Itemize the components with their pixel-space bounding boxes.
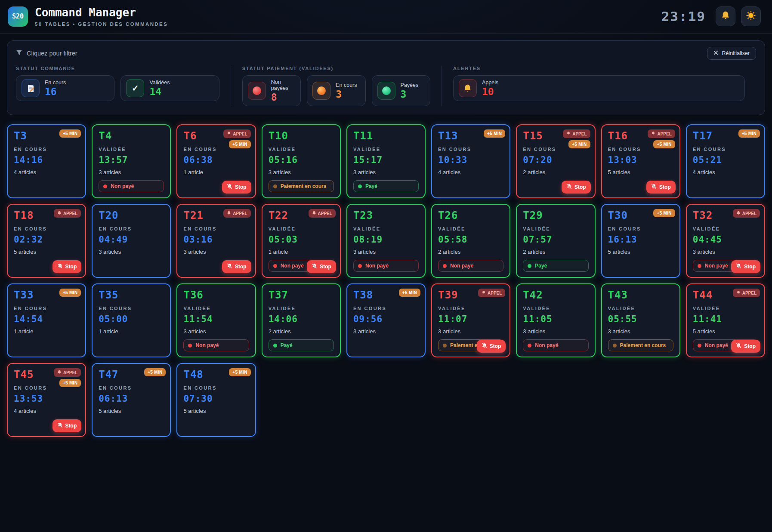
orange-circle-icon [312,82,330,100]
table-card[interactable]: T10 VALIDÉE 05:16 3 articles Paiement en… [262,124,341,198]
table-card[interactable]: T21 APPEL EN COURS 03:16 3 articles Stop [176,204,256,278]
table-card[interactable]: T36 VALIDÉE 11:54 3 articles Non payé [176,283,256,357]
table-card[interactable]: T35 EN COURS 05:00 1 article [92,283,171,357]
table-card[interactable]: T42 VALIDÉE 11:05 3 articles Non payé [516,283,595,357]
stop-call-button[interactable]: Stop [731,340,760,353]
table-card[interactable]: T43 VALIDÉE 05:55 3 articles Paiement en… [601,283,680,357]
table-card[interactable]: T44 APPEL VALIDÉE 11:41 5 articles Non p… [686,283,765,357]
table-card[interactable]: T38 +5 MIN EN COURS 09:56 3 articles [346,283,426,357]
table-card[interactable]: T37 VALIDÉE 14:06 2 articles Payé [262,283,341,357]
stop-call-button[interactable]: Stop [646,181,676,194]
appel-badge: APPEL [309,209,336,218]
table-card[interactable]: T20 EN COURS 04:49 3 articles [92,204,171,278]
bell-icon [566,131,571,136]
table-card[interactable]: T33 +5 MIN EN COURS 14:54 1 article [7,283,86,357]
bell-off-icon [651,184,657,191]
bell-off-icon [312,263,317,270]
stop-call-button[interactable]: Stop [222,260,251,273]
table-card[interactable]: T47 +5 MIN EN COURS 06:13 5 articles [92,363,171,437]
page-subtitle: 50 TABLES • GESTION DES COMMANDES [35,22,168,27]
table-card[interactable]: T3 +5 MIN EN COURS 14:16 4 articles [7,124,86,198]
table-card[interactable]: T39 APPEL VALIDÉE 11:07 3 articles Paiem… [431,283,510,357]
filter-chip-label: Validées [149,80,170,86]
order-status: EN COURS [353,306,419,311]
table-card[interactable]: T29 VALIDÉE 07:57 2 articles Payé [516,204,595,278]
articles-count: 2 articles [523,169,588,175]
funnel-icon [16,49,22,57]
table-card[interactable]: T23 VALIDÉE 08:19 3 articles Non payé [346,204,426,278]
articles-count: 3 articles [269,169,334,175]
filter-chip-value: 16 [45,87,66,97]
articles-count: 2 articles [269,328,334,335]
close-icon [713,50,718,56]
table-card[interactable]: T11 VALIDÉE 15:17 3 articles Payé [346,124,426,198]
filter-chip[interactable]: En cours 16 [16,75,114,101]
filter-chip[interactable]: Payées 3 [372,75,430,106]
table-card[interactable]: T4 VALIDÉE 13:57 3 articles Non payé [92,124,171,198]
order-status: EN COURS [99,385,164,391]
table-card[interactable]: T22 APPEL VALIDÉE 05:03 1 article Non pa… [262,204,341,278]
reset-filters-button[interactable]: Réinitialiser [707,47,756,60]
order-timer: 08:19 [353,234,419,245]
filter-chip[interactable]: En cours 3 [307,75,365,106]
stop-call-button[interactable]: Stop [477,340,506,353]
bell-icon [227,131,231,136]
stop-call-button[interactable]: Stop [52,419,82,432]
table-card[interactable]: T45 APPEL+5 MIN EN COURS 13:53 4 article… [7,363,86,437]
table-card[interactable]: T18 APPEL EN COURS 02:32 5 articles Stop [7,204,86,278]
stop-call-button[interactable]: Stop [307,260,336,273]
payment-dot-icon [528,344,531,347]
payment-status-pill: Non payé [438,260,503,272]
table-card[interactable]: T17 +5 MIN EN COURS 05:21 4 articles [686,124,765,198]
order-status: EN COURS [183,226,249,231]
order-status: VALIDÉE [269,306,334,311]
badge-stack: APPEL [733,209,760,218]
order-timer: 06:13 [99,394,164,404]
table-card[interactable]: T13 +5 MIN EN COURS 10:33 4 articles [431,124,510,198]
filter-chip-value: 3 [401,89,419,99]
notifications-button[interactable] [716,6,735,26]
order-timer: 11:05 [523,314,588,324]
table-name: T23 [353,209,419,221]
table-card[interactable]: T16 APPEL+5 MIN EN COURS 13:03 5 article… [601,124,680,198]
order-status: EN COURS [14,226,79,231]
table-card[interactable]: T15 APPEL+5 MIN EN COURS 07:20 2 article… [516,124,595,198]
table-card[interactable]: T32 APPEL VALIDÉE 04:45 3 articles Non p… [686,204,765,278]
order-status: VALIDÉE [608,306,673,311]
articles-count: 2 articles [438,249,503,255]
table-card[interactable]: T26 VALIDÉE 05:58 2 articles Non payé [431,204,510,278]
articles-count: 4 articles [14,169,79,175]
order-timer: 07:30 [183,394,249,404]
stop-call-button[interactable]: Stop [731,260,760,273]
bell-icon [736,290,741,295]
filter-section-label: STATUT PAIEMENT (VALIDÉES) [242,66,430,71]
stop-call-button[interactable]: Stop [52,260,82,273]
appel-badge: APPEL [478,289,505,297]
payment-dot-icon [698,264,701,268]
order-status: VALIDÉE [269,226,334,231]
order-status: VALIDÉE [523,306,588,311]
payment-dot-icon [698,344,701,347]
app-header: S20 Command Manager 50 TABLES • GESTION … [0,0,772,34]
bell-off-icon [57,422,63,429]
order-timer: 07:20 [523,155,588,165]
plus5min-badge: +5 MIN [229,140,250,148]
badge-stack: +5 MIN [144,368,166,376]
clock: 23:19 [661,9,706,24]
theme-toggle-button[interactable] [741,6,761,26]
filter-chip[interactable]: Non payées 8 [242,75,301,106]
articles-count: 2 articles [523,249,588,255]
stop-call-button[interactable]: Stop [222,181,251,194]
order-status: VALIDÉE [693,306,758,311]
bell-icon [736,211,741,216]
table-card[interactable]: T48 +5 MIN EN COURS 07:30 5 articles [176,363,256,437]
bell-off-icon [227,263,232,270]
order-timer: 04:45 [693,234,758,245]
stop-call-button[interactable]: Stop [562,181,591,194]
payment-status-pill: Payé [523,260,588,272]
filter-chip[interactable]: ✓ Validées 14 [120,75,219,101]
table-card[interactable]: T30 +5 MIN EN COURS 16:13 5 articles [601,204,680,278]
table-card[interactable]: T6 APPEL+5 MIN EN COURS 06:38 1 article … [176,124,256,198]
plus5min-badge: +5 MIN [653,140,675,148]
filter-chip[interactable]: Appels 10 [453,75,745,101]
